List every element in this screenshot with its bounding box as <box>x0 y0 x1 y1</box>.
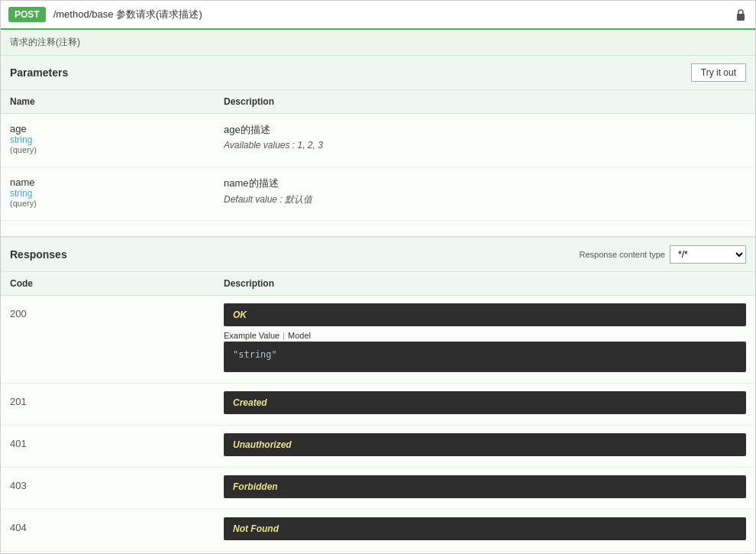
resp-code-403: 403 <box>10 475 224 491</box>
responses-table-header: Code Description <box>1 272 755 296</box>
method-badge: POST <box>8 7 46 22</box>
lock-icon <box>735 8 748 21</box>
param-left-age: age string (query) <box>10 123 224 157</box>
parameters-title: Parameters <box>10 66 68 79</box>
resp-status-401: Unauthorized <box>224 433 746 456</box>
resp-code-201: 201 <box>10 391 224 407</box>
param-desc-age: age的描述 <box>224 123 746 137</box>
header-path: /method/base 参数请求(请求描述) <box>53 8 728 21</box>
param-name-age: age <box>10 123 224 134</box>
param-type-age: string <box>10 134 224 145</box>
col-description-header: Description <box>224 96 746 107</box>
model-tab-separator: | <box>283 331 285 340</box>
content-type-label: Response content type <box>579 250 665 259</box>
param-right-age: age的描述 Available values : 1, 2, 3 <box>224 123 746 157</box>
param-row-name: name string (query) name的描述 Default valu… <box>1 167 755 221</box>
param-left-name: name string (query) <box>10 177 224 211</box>
params-spacing <box>1 221 755 236</box>
try-it-out-button[interactable]: Try it out <box>691 63 746 82</box>
param-location-age: (query) <box>10 145 224 154</box>
responses-section: Responses Response content type */* Code… <box>1 237 755 552</box>
example-value-text: "string" <box>233 349 277 360</box>
col-name-header: Name <box>10 96 224 107</box>
resp-status-200: OK <box>224 303 746 326</box>
resp-col-description-header: Description <box>224 278 746 289</box>
parameters-section: Parameters Try it out Name Description a… <box>1 56 755 237</box>
svg-rect-0 <box>737 14 745 21</box>
responses-title: Responses <box>10 248 67 261</box>
description-row: 请求的注释(注释) <box>1 30 755 56</box>
param-type-name: string <box>10 188 224 199</box>
resp-code-404: 404 <box>10 517 224 533</box>
header-bar: POST /method/base 参数请求(请求描述) <box>1 1 755 30</box>
param-location-name: (query) <box>10 199 224 208</box>
response-row-401: 401 Unauthorized <box>1 426 755 468</box>
param-default-name: Default value : 默认值 <box>224 193 746 206</box>
resp-desc-201: Created <box>224 391 746 417</box>
resp-status-403: Forbidden <box>224 475 746 498</box>
response-content-type-container: Response content type */* <box>579 245 746 264</box>
resp-code-401: 401 <box>10 433 224 449</box>
resp-desc-401: Unauthorized <box>224 433 746 459</box>
param-right-name: name的描述 Default value : 默认值 <box>224 177 746 211</box>
resp-desc-403: Forbidden <box>224 475 746 501</box>
example-value-box: "string" <box>224 342 746 372</box>
content-type-select[interactable]: */* <box>670 245 746 264</box>
param-desc-name: name的描述 <box>224 177 746 190</box>
response-row-201: 201 Created <box>1 384 755 426</box>
resp-col-code-header: Code <box>10 278 224 289</box>
param-row-age: age string (query) age的描述 Available valu… <box>1 114 755 167</box>
parameters-table-header: Name Description <box>1 90 755 114</box>
resp-status-201: Created <box>224 391 746 414</box>
parameters-section-header: Parameters Try it out <box>1 56 755 90</box>
param-name-name: name <box>10 177 224 188</box>
response-row-404: 404 Not Found <box>1 510 755 552</box>
main-container: POST /method/base 参数请求(请求描述) 请求的注释(注释) P… <box>0 0 756 554</box>
responses-header: Responses Response content type */* <box>1 237 755 272</box>
description-text: 请求的注释(注释) <box>10 37 80 47</box>
response-row-200: 200 OK Example Value | Model "string" <box>1 296 755 384</box>
example-value-tab[interactable]: Example Value <box>224 331 279 340</box>
example-value-tabs: Example Value | Model <box>224 331 746 340</box>
model-tab[interactable]: Model <box>288 331 311 340</box>
param-available-age: Available values : 1, 2, 3 <box>224 140 746 151</box>
resp-desc-200: OK Example Value | Model "string" <box>224 303 746 375</box>
resp-desc-404: Not Found <box>224 517 746 543</box>
resp-code-200: 200 <box>10 303 224 319</box>
response-row-403: 403 Forbidden <box>1 468 755 510</box>
resp-status-404: Not Found <box>224 517 746 540</box>
